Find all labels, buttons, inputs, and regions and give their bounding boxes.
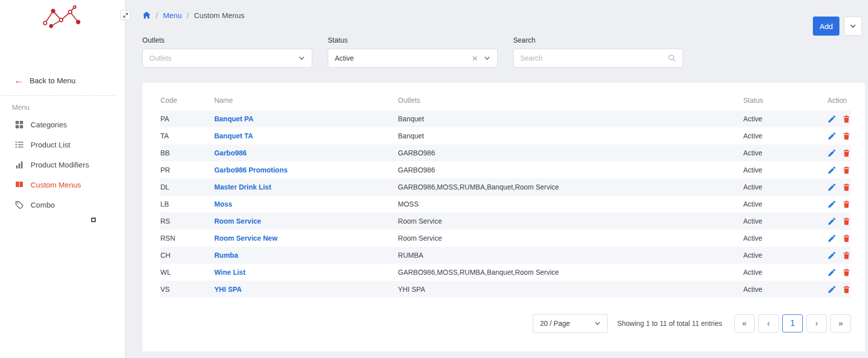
row-status: Active — [743, 281, 827, 298]
edit-pencil-icon[interactable] — [827, 200, 836, 209]
table-row: RSN Room Service New Room Service Active — [160, 230, 851, 247]
table-row: CH Rumba RUMBA Active — [160, 247, 851, 264]
page-size-value: 20 / Page — [540, 319, 594, 327]
sidebar-divider — [0, 95, 115, 96]
sidebar-item-label: Categories — [31, 120, 67, 129]
edit-pencil-icon[interactable] — [827, 268, 836, 277]
edit-pencil-icon[interactable] — [827, 149, 836, 157]
row-code: PR — [160, 161, 214, 178]
sidebar-item-product-list[interactable]: Product List — [0, 134, 125, 154]
row-code: VS — [160, 281, 214, 298]
first-page-button[interactable]: « — [734, 314, 755, 332]
search-input[interactable] — [520, 54, 668, 62]
edit-pencil-icon[interactable] — [827, 251, 836, 260]
page-1-button[interactable]: 1 — [782, 314, 803, 332]
table-row: RS Room Service Room Service Active — [160, 213, 851, 230]
back-to-menu-link[interactable]: ← Back to Menu — [14, 75, 125, 85]
chevron-down-icon — [849, 23, 856, 30]
delete-trash-icon[interactable] — [842, 200, 850, 209]
outlets-select[interactable]: Outlets — [142, 49, 312, 68]
edit-pencil-icon[interactable] — [827, 217, 836, 226]
collapse-arrows-icon — [123, 13, 128, 18]
row-outlets: Room Service — [398, 230, 743, 247]
search-filter: Search — [513, 36, 683, 68]
row-actions — [827, 251, 847, 260]
page-size-select[interactable]: 20 / Page — [533, 314, 608, 333]
row-actions — [827, 132, 847, 140]
status-filter-label: Status — [328, 36, 498, 44]
add-dropdown-button[interactable] — [844, 17, 862, 36]
breadcrumb-link-menu[interactable]: Menu — [163, 11, 182, 20]
delete-trash-icon[interactable] — [842, 132, 850, 140]
edit-pencil-icon[interactable] — [827, 132, 836, 140]
clear-icon[interactable] — [472, 56, 478, 61]
sidebar-item-custom-menus[interactable]: Custom Menus — [0, 174, 125, 195]
row-name-link[interactable]: Wine List — [214, 268, 245, 276]
add-button-group: Add — [813, 17, 862, 36]
sidebar-item-product-modifiers[interactable]: Product Modifiers — [0, 154, 125, 174]
search-box — [513, 49, 683, 68]
row-name-link[interactable]: Banquet TA — [214, 132, 253, 140]
delete-trash-icon[interactable] — [842, 268, 850, 277]
prev-page-button[interactable]: ‹ — [758, 314, 779, 332]
row-code: RSN — [160, 230, 214, 247]
edit-pencil-icon[interactable] — [827, 234, 836, 243]
column-header-outlets: Outlets — [398, 91, 743, 110]
row-status: Active — [743, 110, 827, 127]
row-actions — [827, 285, 847, 294]
delete-trash-icon[interactable] — [842, 166, 850, 174]
breadcrumb-home-link[interactable] — [142, 11, 151, 19]
delete-trash-icon[interactable] — [842, 149, 850, 157]
delete-trash-icon[interactable] — [842, 285, 850, 294]
edit-pencil-icon[interactable] — [827, 166, 836, 174]
delete-trash-icon[interactable] — [842, 234, 850, 243]
row-status: Active — [743, 230, 827, 247]
row-actions — [827, 234, 847, 243]
table-row: PR Garbo986 Promotions GARBO986 Active — [160, 161, 851, 178]
sidebar-item-categories[interactable]: Categories — [0, 114, 125, 134]
delete-trash-icon[interactable] — [842, 115, 850, 123]
row-name-link[interactable]: YHI SPA — [214, 285, 242, 293]
row-name-link[interactable]: Banquet PA — [214, 115, 253, 123]
delete-trash-icon[interactable] — [842, 183, 850, 192]
add-button[interactable]: Add — [813, 17, 839, 36]
row-name-link[interactable]: Rumba — [214, 251, 238, 259]
search-filter-label: Search — [513, 36, 683, 44]
row-code: CH — [160, 247, 214, 264]
sidebar-collapse-button[interactable] — [120, 10, 130, 20]
sidebar-item-combo[interactable]: Combo — [0, 195, 125, 215]
edit-pencil-icon[interactable] — [827, 183, 836, 192]
row-name-link[interactable]: Moss — [214, 200, 232, 208]
search-icon — [668, 54, 676, 62]
row-status: Active — [743, 144, 827, 161]
row-name-link[interactable]: Garbo986 Promotions — [214, 166, 287, 174]
pagination: « ‹ 1 › » — [734, 314, 851, 332]
delete-trash-icon[interactable] — [842, 251, 850, 260]
last-page-button[interactable]: » — [830, 314, 851, 332]
row-outlets: MOSS — [398, 196, 743, 213]
table-row: PA Banquet PA Banquet Active — [160, 110, 851, 127]
row-name-link[interactable]: Room Service New — [214, 234, 277, 242]
row-actions — [827, 183, 847, 192]
breadcrumb: / Menu / Custom Menus Add — [142, 0, 865, 23]
row-name-link[interactable]: Garbo986 — [214, 149, 247, 157]
status-select[interactable]: Active — [328, 49, 498, 68]
resize-handle-icon — [91, 218, 96, 222]
custom-menus-card: Code Name Outlets Status Action PA Banqu… — [142, 83, 865, 351]
edit-pencil-icon[interactable] — [827, 285, 836, 294]
home-icon — [142, 11, 151, 19]
column-header-status: Status — [743, 91, 827, 110]
table-body: PA Banquet PA Banquet Active — [160, 110, 851, 298]
row-status: Active — [743, 213, 827, 230]
row-outlets: GARBO986 — [398, 144, 743, 161]
delete-trash-icon[interactable] — [842, 217, 850, 226]
sidebar-nav: Categories Product List Product Modifi — [0, 114, 125, 215]
edit-pencil-icon[interactable] — [827, 115, 836, 123]
next-page-button[interactable]: › — [806, 314, 827, 332]
row-name-link[interactable]: Master Drink List — [214, 183, 271, 191]
main-content: / Menu / Custom Menus Add Outlets Outlet… — [126, 0, 868, 358]
row-name-link[interactable]: Room Service — [214, 217, 261, 225]
chevron-down-icon — [594, 320, 601, 327]
row-actions — [827, 217, 847, 226]
row-outlets: YHI SPA — [398, 281, 743, 298]
